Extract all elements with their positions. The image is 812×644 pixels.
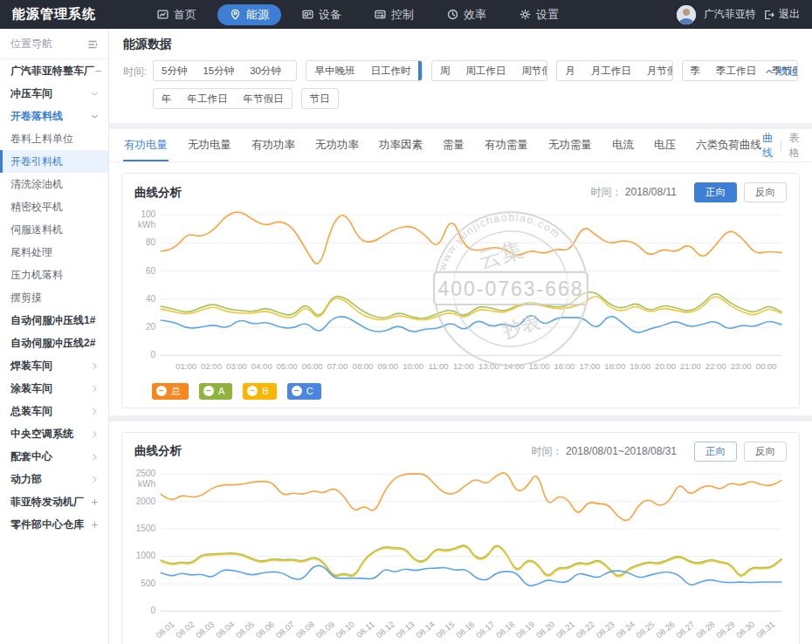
filter-option[interactable]: 30分钟 [242, 61, 289, 80]
svg-text:08.24: 08.24 [614, 619, 637, 640]
sidebar-item-label: 菲亚特发动机厂 [10, 496, 84, 508]
collapse-filters-link[interactable]: 收起 [765, 64, 798, 79]
view-mode-curve[interactable]: 曲线 [762, 131, 773, 161]
legend-pill[interactable]: −B [243, 383, 276, 400]
monthly-chart-box: 曲线分析 时间： 2018/08/01~2018/08/31 正向 反向 050… [121, 432, 800, 644]
sidebar-item[interactable]: 冲压车间 [0, 82, 108, 105]
sidebar-item[interactable]: 精密校平机 [0, 195, 108, 218]
filter-option[interactable]: 月工作日 [583, 61, 639, 80]
forward-button[interactable]: 正向 [694, 442, 737, 462]
svg-text:08.26: 08.26 [654, 619, 676, 640]
sidebar-item[interactable]: 配套中心 [0, 445, 108, 468]
user-avatar[interactable] [677, 5, 696, 24]
sidebar-item-label: 摆剪摸 [10, 291, 42, 304]
sidebar-item[interactable]: 自动伺服冲压线2# [0, 332, 108, 354]
sidebar-item-label: 尾料处理 [10, 246, 52, 258]
sidebar-item-label: 自动伺服冲压线1# [10, 314, 95, 326]
svg-text:09:00: 09:00 [377, 361, 398, 371]
chart-section-monthly: 曲线分析 时间： 2018/08/01~2018/08/31 正向 反向 050… [109, 421, 812, 644]
sidebar-item[interactable]: 焊装车间 [0, 354, 108, 377]
chevron-right [91, 453, 99, 461]
sidebar-item[interactable]: 总装车间 [0, 400, 108, 422]
svg-text:100: 100 [141, 209, 155, 219]
filter-option[interactable]: 15分钟 [195, 61, 242, 80]
filter-option[interactable]: 周工作日 [458, 61, 513, 80]
reverse-button[interactable]: 反向 [744, 182, 787, 202]
reverse-button[interactable]: 反向 [744, 442, 787, 462]
sidebar-item[interactable]: 伺服送料机 [0, 218, 108, 241]
filter-option[interactable]: 早中晚班 [306, 61, 362, 80]
sidebar-item[interactable]: 尾料处理 [0, 241, 108, 264]
nav-item-energy[interactable]: 能源 [217, 4, 281, 25]
metric-tab[interactable]: 有功功率 [251, 129, 296, 161]
nav-item-efficiency[interactable]: 效率 [435, 4, 499, 25]
filter-option[interactable]: 小时 [289, 61, 297, 80]
chevron-right [91, 476, 99, 483]
sidebar-item[interactable]: 零件部中心仓库 [0, 513, 108, 536]
plus-icon [91, 521, 99, 529]
metric-tab[interactable]: 功率因素 [378, 129, 423, 161]
svg-text:02:00: 02:00 [201, 361, 222, 371]
sidebar-item[interactable]: 卷料上料单位 [0, 127, 108, 150]
sidebar-item[interactable]: 菲亚特发动机厂 [0, 490, 108, 513]
forward-button[interactable]: 正向 [694, 182, 737, 202]
filter-option[interactable]: 年节假日 [236, 89, 292, 108]
svg-text:22:00: 22:00 [705, 361, 726, 371]
metric-tab[interactable]: 六类负荷曲线 [695, 129, 762, 161]
view-mode-table[interactable]: 表格 [789, 131, 800, 161]
sidebar-item[interactable]: 开卷落料线 [0, 105, 108, 127]
nav-item-label: 设置 [536, 7, 559, 23]
sidebar-item[interactable]: 动力部 [0, 468, 108, 490]
filter-option[interactable]: 月节假日 [639, 61, 673, 80]
svg-text:08.11: 08.11 [354, 619, 376, 639]
metric-tab[interactable]: 需量 [442, 129, 465, 161]
svg-text:08.27: 08.27 [674, 619, 696, 640]
legend-pill[interactable]: −总 [152, 383, 189, 400]
sidebar-item[interactable]: 开卷引料机 [0, 150, 108, 173]
filter-option[interactable]: 季工作日 [708, 61, 764, 80]
svg-text:kWh: kWh [138, 220, 155, 230]
sidebar-item[interactable]: 广汽菲亚特整车厂 [0, 59, 108, 82]
logout-button[interactable]: 退出 [764, 7, 800, 22]
sidebar-item[interactable]: 摆剪摸 [0, 286, 108, 309]
nav-item-device[interactable]: 设备 [290, 4, 354, 25]
filter-option[interactable]: 月 [557, 61, 583, 80]
nav-item-control[interactable]: 控制 [362, 4, 426, 25]
nav-item-settings[interactable]: 设置 [507, 4, 571, 25]
chart-time-range: 时间： 2018/08/11 [590, 185, 677, 200]
metric-tab[interactable]: 无功电量 [187, 129, 232, 161]
filter-option[interactable]: 季 [683, 61, 709, 80]
nav-item-home[interactable]: 首页 [145, 4, 209, 25]
filter-option[interactable]: 周 [432, 61, 458, 80]
sidebar: 位置导航 广汽菲亚特整车厂冲压车间开卷落料线卷料上料单位开卷引料机清洗涂油机精密… [0, 29, 109, 644]
filter-option[interactable]: 年 [154, 89, 180, 108]
filter-option[interactable]: 节日 [302, 89, 338, 108]
svg-text:18:00: 18:00 [604, 361, 625, 371]
sidebar-item[interactable]: 清洗涂油机 [0, 173, 108, 195]
filter-option[interactable]: 日 [418, 61, 422, 80]
tree-collapse-icon[interactable] [87, 39, 98, 50]
chevron-right [91, 385, 99, 393]
filter-option[interactable]: 5分钟 [154, 61, 195, 80]
filter-option[interactable]: 周节假日 [513, 61, 547, 80]
sidebar-item-label: 中央空调系统 [10, 428, 73, 440]
metric-tab[interactable]: 有功需量 [484, 129, 529, 161]
settings-icon [520, 9, 531, 20]
sidebar-item[interactable]: 中央空调系统 [0, 422, 108, 445]
top-navbar: 能源管理系统 首页能源设备控制效率设置 广汽菲亚特 退出 [0, 0, 812, 29]
legend-pill[interactable]: −A [199, 383, 232, 400]
sidebar-item[interactable]: 压力机落料 [0, 264, 108, 286]
sidebar-item[interactable]: 涂装车间 [0, 377, 108, 400]
metric-tab[interactable]: 电流 [611, 129, 635, 161]
metric-tab[interactable]: 无功功率 [314, 129, 360, 161]
filter-option[interactable]: 年工作日 [180, 89, 236, 108]
sidebar-item[interactable]: 自动伺服冲压线1# [0, 309, 108, 332]
svg-text:1000: 1000 [136, 551, 156, 560]
metric-tab[interactable]: 有功电量 [123, 129, 169, 161]
svg-text:04:00: 04:00 [251, 361, 272, 371]
legend-pill[interactable]: −C [287, 383, 321, 400]
metric-tab[interactable]: 电压 [653, 129, 677, 161]
metric-tab[interactable]: 无功需量 [547, 129, 593, 161]
chevron-right-icon [91, 430, 99, 438]
filter-option[interactable]: 日工作时 [362, 61, 418, 80]
